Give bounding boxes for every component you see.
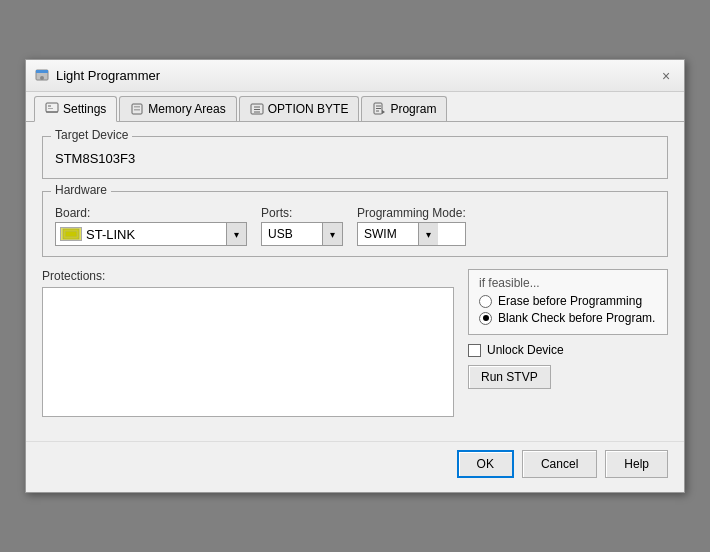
board-dropdown-arrow[interactable]: ▾ <box>226 223 246 245</box>
memory-areas-tab-icon <box>130 102 144 116</box>
target-device-label: Target Device <box>51 128 132 142</box>
title-bar: Light Programmer × <box>26 60 684 92</box>
programming-mode-dropdown-arrow[interactable]: ▾ <box>418 223 438 245</box>
hardware-label: Hardware <box>51 183 111 197</box>
svg-rect-6 <box>48 108 53 109</box>
svg-point-2 <box>40 76 44 80</box>
tab-settings[interactable]: Settings <box>34 96 117 122</box>
feasible-label: if feasible... <box>479 276 657 290</box>
svg-rect-9 <box>134 109 140 111</box>
erase-radio-option[interactable]: Erase before Programming <box>479 294 657 308</box>
feasible-group: if feasible... Erase before Programming … <box>468 269 668 335</box>
protections-box: Protections: <box>42 269 454 417</box>
erase-radio-label: Erase before Programming <box>498 294 642 308</box>
unlock-device-row[interactable]: Unlock Device <box>468 343 668 357</box>
unlock-device-checkbox[interactable] <box>468 344 481 357</box>
run-stvp-button[interactable]: Run STVP <box>468 365 551 389</box>
programming-mode-select[interactable]: SWIM ▾ <box>357 222 466 246</box>
svg-marker-18 <box>382 110 385 114</box>
ports-value: USB <box>262 225 322 243</box>
bottom-section: Protections: if feasible... Erase before… <box>42 269 668 417</box>
main-content: Target Device STM8S103F3 Hardware Board: <box>26 122 684 441</box>
tab-memory-areas[interactable]: Memory Areas <box>119 96 236 121</box>
board-select[interactable]: ST-LINK ▾ <box>55 222 247 246</box>
board-field: Board: ST-LINK ▾ <box>55 206 247 246</box>
erase-radio[interactable] <box>479 295 492 308</box>
programming-mode-field: Programming Mode: SWIM ▾ <box>357 206 466 246</box>
tab-settings-label: Settings <box>63 102 106 116</box>
tab-program-label: Program <box>390 102 436 116</box>
help-button[interactable]: Help <box>605 450 668 478</box>
ports-field: Ports: USB ▾ <box>261 206 343 246</box>
board-chip-icon <box>60 227 82 241</box>
blank-check-radio[interactable] <box>479 312 492 325</box>
svg-rect-3 <box>46 103 58 112</box>
tab-option-byte-label: OPTION BYTE <box>268 102 349 116</box>
ok-button[interactable]: OK <box>457 450 514 478</box>
board-select-value: ST-LINK <box>56 225 226 244</box>
program-tab-icon <box>372 102 386 116</box>
tab-bar: Settings Memory Areas OPTION BYTE <box>26 92 684 122</box>
option-byte-tab-icon <box>250 102 264 116</box>
close-button[interactable]: × <box>656 66 676 86</box>
programming-mode-value: SWIM <box>358 225 418 243</box>
protections-label: Protections: <box>42 269 454 283</box>
window-title: Light Programmer <box>56 68 160 83</box>
hardware-row: Board: ST-LINK ▾ <box>55 206 655 246</box>
window-icon <box>34 68 50 84</box>
svg-rect-8 <box>134 106 140 108</box>
svg-rect-20 <box>65 231 77 237</box>
blank-check-radio-option[interactable]: Blank Check before Program. <box>479 311 657 325</box>
unlock-device-label: Unlock Device <box>487 343 564 357</box>
programming-mode-label: Programming Mode: <box>357 206 466 220</box>
target-device-value: STM8S103F3 <box>55 149 655 168</box>
blank-check-radio-label: Blank Check before Program. <box>498 311 655 325</box>
protections-area <box>42 287 454 417</box>
ports-dropdown-arrow[interactable]: ▾ <box>322 223 342 245</box>
hardware-group: Hardware Board: ST-LINK <box>42 191 668 257</box>
board-name-text: ST-LINK <box>86 227 135 242</box>
tab-memory-areas-label: Memory Areas <box>148 102 225 116</box>
cancel-button[interactable]: Cancel <box>522 450 597 478</box>
right-options: if feasible... Erase before Programming … <box>468 269 668 417</box>
svg-rect-5 <box>48 105 51 107</box>
ports-select[interactable]: USB ▾ <box>261 222 343 246</box>
main-window: Light Programmer × Settings Memory Areas <box>25 59 685 493</box>
tab-program[interactable]: Program <box>361 96 447 121</box>
tab-option-byte[interactable]: OPTION BYTE <box>239 96 360 121</box>
settings-tab-icon <box>45 102 59 116</box>
board-label: Board: <box>55 206 247 220</box>
svg-rect-1 <box>36 70 48 73</box>
target-device-group: Target Device STM8S103F3 <box>42 136 668 179</box>
footer: OK Cancel Help <box>26 441 684 492</box>
ports-label: Ports: <box>261 206 343 220</box>
